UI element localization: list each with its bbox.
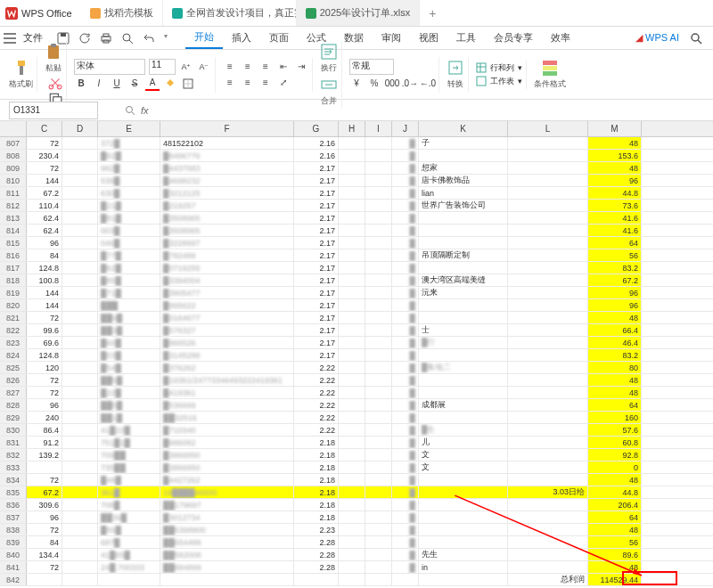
cell[interactable] bbox=[62, 511, 98, 523]
cell[interactable] bbox=[160, 574, 294, 585]
cell[interactable]: 2.17 bbox=[294, 249, 339, 261]
cell[interactable] bbox=[365, 312, 392, 323]
format-painter-button[interactable]: 格式刷 bbox=[9, 59, 33, 90]
wrap-text-button[interactable]: 换行 bbox=[320, 43, 338, 74]
cell[interactable]: █ bbox=[392, 187, 419, 199]
align-right-button[interactable]: ≡ bbox=[258, 76, 273, 90]
cell[interactable] bbox=[365, 337, 392, 348]
cell[interactable]: █3508965 bbox=[160, 225, 294, 236]
cell[interactable] bbox=[339, 274, 365, 286]
cell[interactable] bbox=[62, 387, 98, 398]
cell[interactable] bbox=[62, 486, 98, 498]
cell[interactable]: 吊顶隔断定制 bbox=[419, 249, 508, 261]
cell[interactable]: █ bbox=[392, 150, 419, 161]
cell[interactable] bbox=[365, 150, 392, 161]
row-header[interactable]: 810 bbox=[0, 175, 27, 186]
cell[interactable]: ██1█ bbox=[98, 412, 160, 423]
cell[interactable]: 72 bbox=[27, 561, 62, 573]
cell[interactable]: 84 bbox=[27, 536, 62, 548]
row-header[interactable]: 838 bbox=[0, 524, 27, 535]
cell[interactable]: █ bbox=[392, 212, 419, 224]
cell[interactable] bbox=[62, 461, 98, 473]
cell[interactable]: 2.18 bbox=[294, 474, 339, 486]
cell[interactable]: █60█ bbox=[98, 337, 160, 348]
cell[interactable] bbox=[62, 225, 98, 236]
cell[interactable]: 2.17 bbox=[294, 175, 339, 186]
cell[interactable] bbox=[508, 312, 588, 323]
cell[interactable]: █生 bbox=[419, 424, 508, 436]
row-header[interactable]: 836 bbox=[0, 499, 27, 510]
cell[interactable]: █866526 bbox=[160, 337, 294, 348]
cell[interactable] bbox=[62, 549, 98, 560]
row-header[interactable]: 817 bbox=[0, 262, 27, 274]
cell[interactable]: █54█ bbox=[98, 362, 160, 373]
cell[interactable]: 56 bbox=[588, 249, 642, 261]
cell[interactable] bbox=[62, 474, 98, 486]
cell[interactable] bbox=[365, 362, 392, 373]
cell[interactable] bbox=[339, 287, 365, 298]
cell[interactable] bbox=[339, 474, 365, 486]
cell[interactable]: █3508965 bbox=[160, 212, 294, 224]
cell[interactable]: 91.2 bbox=[27, 437, 62, 448]
cell[interactable] bbox=[508, 200, 588, 211]
cell[interactable]: 想家 bbox=[419, 162, 508, 174]
cell[interactable] bbox=[508, 187, 588, 199]
cell[interactable] bbox=[365, 561, 392, 573]
cell[interactable] bbox=[27, 461, 62, 473]
ribbon-tab-9[interactable]: 效率 bbox=[542, 27, 579, 49]
cell[interactable] bbox=[339, 574, 365, 585]
cell[interactable] bbox=[419, 511, 508, 523]
cell[interactable]: 139.2 bbox=[27, 449, 62, 461]
cell[interactable]: █ bbox=[392, 449, 419, 461]
row-header[interactable]: 818 bbox=[0, 274, 27, 286]
cell[interactable] bbox=[419, 299, 508, 311]
cell[interactable]: 46.4 bbox=[588, 337, 642, 348]
column-header[interactable]: J bbox=[392, 121, 419, 136]
cell[interactable] bbox=[62, 299, 98, 311]
cell[interactable]: 48 bbox=[588, 374, 642, 386]
cell[interactable]: 世界广告装饰公司 bbox=[419, 200, 508, 211]
cell[interactable]: 2.23 bbox=[294, 524, 339, 535]
ribbon-tab-1[interactable]: 插入 bbox=[223, 27, 260, 49]
cell[interactable] bbox=[339, 349, 365, 361]
cell[interactable] bbox=[365, 461, 392, 473]
cell[interactable]: █ bbox=[392, 437, 419, 448]
cell[interactable]: 2.17 bbox=[294, 187, 339, 199]
ribbon-tab-8[interactable]: 会员专享 bbox=[485, 27, 542, 49]
cell[interactable] bbox=[62, 162, 98, 174]
cell[interactable]: █ bbox=[392, 424, 419, 436]
cell[interactable] bbox=[339, 212, 365, 224]
cell[interactable] bbox=[508, 237, 588, 249]
cell[interactable] bbox=[62, 374, 98, 386]
cell[interactable]: █55█ bbox=[98, 524, 160, 535]
cell[interactable] bbox=[508, 524, 588, 535]
cell[interactable]: █ bbox=[392, 486, 419, 498]
cell[interactable]: 62.4 bbox=[27, 225, 62, 236]
cell[interactable] bbox=[419, 412, 508, 423]
cut-icon[interactable] bbox=[48, 76, 62, 90]
cell[interactable]: ██5█ bbox=[98, 374, 160, 386]
cell[interactable]: lian bbox=[419, 187, 508, 199]
cell[interactable]: █ bbox=[392, 362, 419, 373]
ribbon-tab-2[interactable]: 页面 bbox=[260, 27, 298, 49]
cell[interactable] bbox=[365, 374, 392, 386]
row-header[interactable]: 821 bbox=[0, 312, 27, 323]
cell[interactable]: █21█ bbox=[98, 200, 160, 211]
cell[interactable]: █ bbox=[392, 324, 419, 336]
paste-button[interactable]: 粘贴 bbox=[45, 43, 62, 74]
cell[interactable] bbox=[508, 274, 588, 286]
cell[interactable] bbox=[62, 200, 98, 211]
cell[interactable] bbox=[339, 536, 365, 548]
borders-button[interactable] bbox=[181, 77, 195, 91]
cell[interactable]: 2.22 bbox=[294, 412, 339, 423]
cell[interactable]: 48 bbox=[588, 474, 642, 486]
cell[interactable]: 72 bbox=[27, 374, 62, 386]
cell[interactable]: 41█65█ bbox=[98, 549, 160, 560]
row-header[interactable]: 839 bbox=[0, 536, 27, 548]
cell[interactable] bbox=[62, 249, 98, 261]
cell[interactable] bbox=[62, 324, 98, 336]
cell[interactable] bbox=[339, 449, 365, 461]
cell[interactable]: 735██ bbox=[98, 461, 160, 473]
cell[interactable]: 2.28 bbox=[294, 536, 339, 548]
column-header[interactable]: C bbox=[27, 121, 62, 136]
